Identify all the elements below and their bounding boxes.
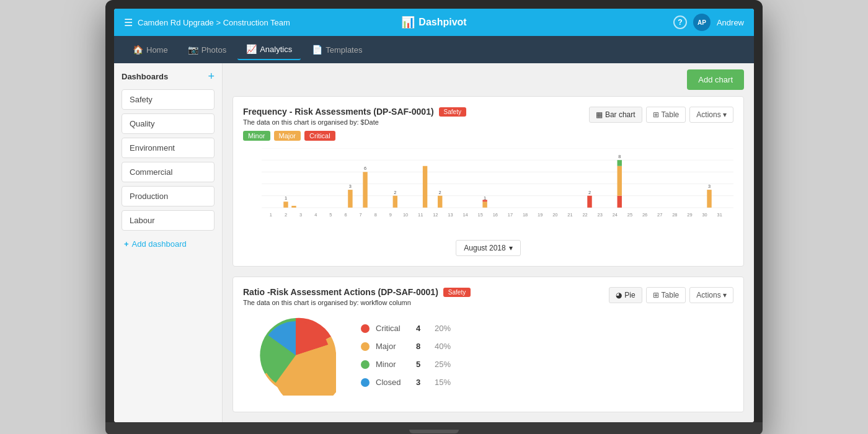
sidebar-item-environment[interactable]: Environment <box>122 138 215 158</box>
bar-chart-title-section: Frequency - Risk Assessments (DP-SAF-000… <box>243 107 589 126</box>
bar-chart-badge: Safety <box>439 107 466 117</box>
pie-dot-major <box>361 342 370 351</box>
pie-icon: ◕ <box>616 291 622 299</box>
sidebar-item-quality[interactable]: Quality <box>122 113 215 134</box>
svg-text:27: 27 <box>657 212 662 218</box>
add-dashboard-button[interactable]: + Add dashboard <box>122 234 189 254</box>
svg-text:24: 24 <box>613 212 618 218</box>
sidebar: Dashboards + Safety Quality Environment … <box>114 63 223 422</box>
bar-chart-svg: 0 2 4 6 8 10 1 <box>262 148 733 219</box>
nav-item-home[interactable]: 🏠 Home <box>124 40 177 60</box>
brand-icon: 📊 <box>401 16 415 29</box>
pie-chart-title-section: Ratio -Risk Assessment Actions (DP-SAF-0… <box>243 287 609 306</box>
pie-svg-container <box>255 315 336 396</box>
pie-count-major: 8 <box>416 342 428 351</box>
svg-text:16: 16 <box>493 212 498 218</box>
pie-chart-actions-btn[interactable]: Actions ▾ <box>689 287 733 303</box>
brand-name: Dashpivot <box>418 17 466 28</box>
laptop-notch <box>409 430 459 433</box>
pie-view-btn[interactable]: ◕ Pie <box>609 287 642 303</box>
sidebar-header: Dashboards + <box>122 71 215 82</box>
pie-legend-major: Major 8 40% <box>361 342 451 351</box>
pie-table-view-btn[interactable]: ⊞ Table <box>646 287 686 303</box>
templates-icon: 📄 <box>312 45 322 55</box>
pie-legend-closed: Closed 3 15% <box>361 378 451 387</box>
pie-chart-card: Ratio -Risk Assessment Actions (DP-SAF-0… <box>232 277 744 412</box>
svg-text:28: 28 <box>672 212 677 218</box>
pie-table-icon: ⊞ <box>653 291 659 299</box>
nav-item-analytics[interactable]: 📈 Analytics <box>237 39 301 60</box>
sidebar-item-safety[interactable]: Safety <box>122 89 215 110</box>
svg-text:11: 11 <box>418 212 423 218</box>
pie-svg-final <box>255 315 336 396</box>
svg-rect-29 <box>618 196 622 208</box>
svg-text:13: 13 <box>448 212 453 218</box>
svg-text:3: 3 <box>349 184 352 189</box>
laptop-base <box>105 422 763 434</box>
sidebar-add-button[interactable]: + <box>208 71 215 82</box>
bar-chart-actions-btn[interactable]: Actions ▾ <box>689 107 733 123</box>
date-button[interactable]: August 2018 ▾ <box>456 240 520 256</box>
bar-chart-title: Frequency - Risk Assessments (DP-SAF-000… <box>243 107 589 117</box>
svg-text:4: 4 <box>314 212 317 218</box>
svg-text:15: 15 <box>478 212 483 218</box>
pie-chart-badge: Safety <box>443 288 471 297</box>
add-chart-button[interactable]: Add chart <box>687 69 744 90</box>
bar-chart-table-view-btn[interactable]: ⊞ Table <box>646 107 686 123</box>
svg-rect-31 <box>618 160 622 166</box>
sidebar-item-production[interactable]: Production <box>122 186 215 206</box>
svg-text:29: 29 <box>687 212 692 218</box>
add-dashboard-label: Add dashboard <box>132 239 187 249</box>
svg-rect-14 <box>291 206 296 208</box>
svg-text:20: 20 <box>552 212 557 218</box>
svg-rect-27 <box>587 196 591 208</box>
svg-text:17: 17 <box>508 212 513 218</box>
svg-text:31: 31 <box>717 212 722 218</box>
pie-legend: Critical 4 20% Major 8 40% <box>361 324 451 387</box>
sidebar-item-commercial[interactable]: Commercial <box>122 162 215 182</box>
svg-rect-15 <box>348 190 352 208</box>
pie-pct-critical: 20% <box>435 324 451 333</box>
pie-chart-title: Ratio -Risk Assessment Actions (DP-SAF-0… <box>243 287 609 297</box>
content-area: Add chart Frequency - Risk Assessments (… <box>223 63 754 422</box>
svg-rect-21 <box>423 166 427 208</box>
pie-count-minor: 5 <box>416 360 428 369</box>
main-layout: Dashboards + Safety Quality Environment … <box>114 63 754 422</box>
svg-text:1: 1 <box>270 212 272 218</box>
pie-count-closed: 3 <box>416 378 428 387</box>
svg-rect-26 <box>482 200 487 202</box>
bar-chart-controls: ▦ Bar chart ⊞ Table Actions ▾ <box>589 107 733 123</box>
svg-text:12: 12 <box>433 212 438 218</box>
pie-pct-minor: 25% <box>435 360 451 369</box>
svg-text:21: 21 <box>567 212 572 218</box>
svg-text:3: 3 <box>708 184 711 189</box>
top-bar-right: ? AP Andrew <box>673 14 744 31</box>
home-icon: 🏠 <box>133 45 143 55</box>
pie-label-minor: Minor <box>376 360 410 369</box>
bar-chart-bar-view-btn[interactable]: ▦ Bar chart <box>589 107 642 123</box>
svg-text:9: 9 <box>389 212 392 218</box>
svg-text:30: 30 <box>702 212 707 218</box>
date-dropdown-icon: ▾ <box>509 244 513 252</box>
photos-icon: 📷 <box>188 45 198 55</box>
help-icon[interactable]: ? <box>673 16 687 29</box>
bar-chart-svg-container: 0 2 4 6 8 10 1 <box>243 148 733 235</box>
svg-text:6: 6 <box>344 212 347 218</box>
dashboards-label: Dashboards <box>122 72 168 81</box>
sidebar-item-labour[interactable]: Labour <box>122 210 215 231</box>
svg-rect-19 <box>393 196 397 208</box>
nav-item-photos[interactable]: 📷 Photos <box>179 40 235 60</box>
pie-label-closed: Closed <box>376 378 410 387</box>
avatar: AP <box>693 14 711 31</box>
svg-text:26: 26 <box>642 212 647 218</box>
date-label: August 2018 <box>464 244 505 252</box>
svg-text:19: 19 <box>538 212 542 218</box>
nav-item-templates[interactable]: 📄 Templates <box>303 40 371 60</box>
pie-label-critical: Critical <box>376 324 410 333</box>
svg-text:10: 10 <box>403 212 408 218</box>
pie-label-major: Major <box>376 342 410 351</box>
svg-text:2: 2 <box>588 190 591 195</box>
menu-icon[interactable]: ☰ <box>124 17 133 29</box>
svg-text:23: 23 <box>598 212 603 218</box>
bar-icon: ▦ <box>596 110 603 119</box>
